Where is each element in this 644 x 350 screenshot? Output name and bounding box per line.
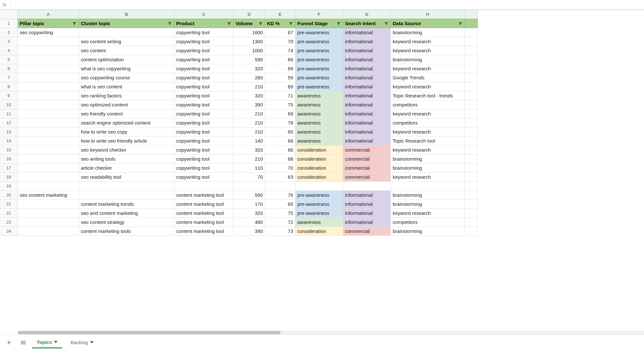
cell-B4[interactable]: seo content: [79, 46, 174, 55]
cell-G15[interactable]: commercial: [343, 145, 391, 155]
cell-B16[interactable]: seo writing tools: [79, 155, 174, 164]
cell-B10[interactable]: seo optimized content: [79, 100, 174, 109]
cell-D20[interactable]: 590: [234, 191, 265, 200]
cell-D11[interactable]: 210: [234, 109, 265, 118]
cell-A14[interactable]: [18, 136, 79, 145]
cell-B13[interactable]: how to write seo copy: [79, 127, 174, 136]
cell-A12[interactable]: [18, 118, 79, 127]
cell-extra[interactable]: [465, 46, 478, 55]
cell-F5[interactable]: pre-awareness: [295, 55, 343, 64]
cell-G9[interactable]: informational: [343, 91, 391, 100]
cell-C11[interactable]: copywriting tool: [174, 109, 234, 118]
cell-E2[interactable]: 67: [265, 28, 295, 37]
cell-extra[interactable]: [465, 28, 478, 37]
cell-G24[interactable]: commercial: [343, 227, 391, 236]
cell-extra[interactable]: [465, 109, 478, 118]
row-header-6[interactable]: 6: [0, 64, 18, 73]
row-header-10[interactable]: 10: [0, 100, 18, 109]
cell-F9[interactable]: awareness: [295, 91, 343, 100]
cell-A6[interactable]: [18, 64, 79, 73]
cell-G4[interactable]: informational: [343, 46, 391, 55]
cell-G17[interactable]: commercial: [343, 164, 391, 173]
cell-E18[interactable]: 63: [265, 173, 295, 182]
cell-F3[interactable]: pre-awareness: [295, 37, 343, 46]
cell-D16[interactable]: 210: [234, 155, 265, 164]
cell-B21[interactable]: content marketing trends: [79, 200, 174, 209]
cell-H8[interactable]: keyword research: [391, 82, 465, 91]
cell-extra[interactable]: [465, 200, 478, 209]
cell-F22[interactable]: pre-awareness: [295, 209, 343, 218]
cell-B15[interactable]: seo keyword checker: [79, 145, 174, 155]
row-header-5[interactable]: 5: [0, 55, 18, 64]
cell-E20[interactable]: 76: [265, 191, 295, 200]
cell-D18[interactable]: 70: [234, 173, 265, 182]
cell-G14[interactable]: informational: [343, 136, 391, 145]
cell-E8[interactable]: 69: [265, 82, 295, 91]
cell-C18[interactable]: copywriting tool: [174, 173, 234, 182]
cell-C17[interactable]: copywriting tool: [174, 164, 234, 173]
filter-icon[interactable]: [227, 21, 231, 26]
cell-C2[interactable]: copywriting tool: [174, 28, 234, 37]
cell-B7[interactable]: seo copywriting course: [79, 73, 174, 82]
cell-E16[interactable]: 68: [265, 155, 295, 164]
row-header-22[interactable]: 22: [0, 209, 18, 218]
all-sheets-button[interactable]: [18, 337, 28, 348]
row-header-24[interactable]: 24: [0, 227, 18, 236]
row-header-12[interactable]: 12: [0, 118, 18, 127]
cell-C3[interactable]: copywriting tool: [174, 37, 234, 46]
row-header-7[interactable]: 7: [0, 73, 18, 82]
cell-E15[interactable]: 66: [265, 145, 295, 155]
cell-D10[interactable]: 390: [234, 100, 265, 109]
row-header-15[interactable]: 15: [0, 145, 18, 155]
filter-icon[interactable]: [168, 21, 172, 26]
cell-C21[interactable]: content marketing tool: [174, 200, 234, 209]
cell-extra[interactable]: [465, 164, 478, 173]
header-cell-F[interactable]: Funnel Stage: [295, 19, 343, 28]
cell-G2[interactable]: informational: [343, 28, 391, 37]
cell-extra[interactable]: [465, 155, 478, 164]
cell-C12[interactable]: copywriting tool: [174, 118, 234, 127]
cell-A15[interactable]: [18, 145, 79, 155]
cell-extra[interactable]: [465, 218, 478, 227]
cell-B19[interactable]: [79, 182, 174, 191]
cell-D15[interactable]: 320: [234, 145, 265, 155]
cell-extra[interactable]: [465, 118, 478, 127]
cell-extra[interactable]: [465, 37, 478, 46]
row-header-17[interactable]: 17: [0, 164, 18, 173]
col-header-G[interactable]: G: [343, 10, 391, 19]
cell-F10[interactable]: awareness: [295, 100, 343, 109]
cell-extra[interactable]: [465, 227, 478, 236]
col-header-A[interactable]: A: [18, 10, 79, 19]
cell-F24[interactable]: consideration: [295, 227, 343, 236]
cell-C9[interactable]: copywriting tool: [174, 91, 234, 100]
cell-B24[interactable]: content marketing tools: [79, 227, 174, 236]
cell-H7[interactable]: Google Trends: [391, 73, 465, 82]
filter-icon[interactable]: [289, 21, 293, 26]
cell-F7[interactable]: pre-awareness: [295, 73, 343, 82]
cell-E4[interactable]: 74: [265, 46, 295, 55]
cell-A5[interactable]: [18, 55, 79, 64]
add-sheet-button[interactable]: [4, 337, 14, 348]
cell-A7[interactable]: [18, 73, 79, 82]
cell-H3[interactable]: keyword research: [391, 37, 465, 46]
cell-D6[interactable]: 320: [234, 64, 265, 73]
cell-G21[interactable]: informational: [343, 200, 391, 209]
cell-A9[interactable]: [18, 91, 79, 100]
cell-A10[interactable]: [18, 100, 79, 109]
cell-H24[interactable]: brainstorming: [391, 227, 465, 236]
cell-extra[interactable]: [465, 145, 478, 155]
cell-A18[interactable]: [18, 173, 79, 182]
header-cell-A[interactable]: Pillar topic: [18, 19, 79, 28]
scrollbar-thumb[interactable]: [18, 331, 281, 334]
cell-D19[interactable]: [234, 182, 265, 191]
cell-G23[interactable]: informational: [343, 218, 391, 227]
horizontal-scrollbar[interactable]: [18, 331, 644, 335]
cell-G19[interactable]: [343, 182, 391, 191]
cell-E7[interactable]: 59: [265, 73, 295, 82]
cell-A16[interactable]: [18, 155, 79, 164]
row-header-9[interactable]: 9: [0, 91, 18, 100]
cell-E6[interactable]: 69: [265, 64, 295, 73]
row-header-4[interactable]: 4: [0, 46, 18, 55]
cell-extra[interactable]: [465, 100, 478, 109]
col-header-B[interactable]: B: [79, 10, 174, 19]
